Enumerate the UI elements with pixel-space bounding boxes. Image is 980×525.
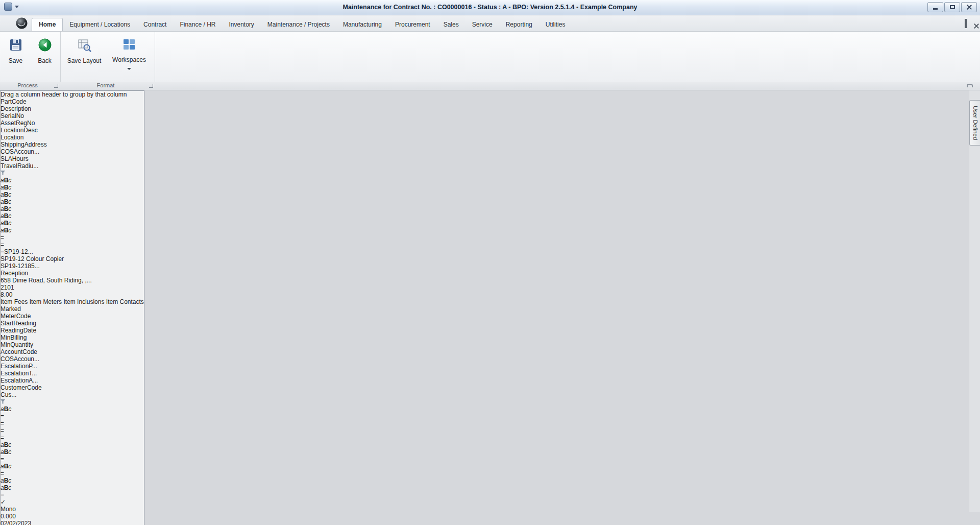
column-header-description[interactable]: Description	[1, 105, 144, 112]
filter-cell-shippingaddress[interactable]: aBc	[1, 220, 144, 227]
cell-description[interactable]: SP19-12 Colour Copier	[1, 255, 144, 262]
column-header-serialno[interactable]: SerialNo	[1, 112, 144, 120]
column-header-customer[interactable]: Cus...	[1, 391, 144, 398]
workspaces-button[interactable]: Workspaces	[109, 34, 150, 79]
text-filter-icon: aBc	[1, 191, 11, 198]
close-icon	[967, 5, 972, 10]
column-header-escalationa[interactable]: EscalationA...	[1, 377, 144, 384]
group-by-bar[interactable]: Drag a column header to group by that co…	[1, 91, 144, 98]
workspace: Aggregate Life Based Billing User Define…	[0, 90, 980, 512]
numeric-filter-icon: =	[1, 413, 4, 420]
format-dialog-launcher-icon[interactable]	[149, 84, 153, 88]
text-filter-icon: aBc	[1, 441, 11, 448]
filter-cell-metercode[interactable]: aBc	[1, 405, 144, 413]
cell-marked[interactable]: ✓	[1, 498, 144, 506]
filter-cell-partcode[interactable]: aBc	[1, 177, 144, 184]
collapse-row-icon[interactable]: −	[1, 248, 4, 255]
ribbon-tab-manufacturing[interactable]: Manufacturing	[336, 18, 388, 31]
ribbon-tab-inventory[interactable]: Inventory	[222, 18, 260, 31]
filter-cell-customer[interactable]: aBc	[1, 484, 144, 491]
filter-cell-location[interactable]: aBc	[1, 212, 144, 220]
child-restore-button[interactable]	[965, 20, 967, 27]
cell-readingdate[interactable]: 02/02/2023	[1, 520, 144, 525]
cell-cosaccount[interactable]: 2101	[1, 284, 144, 291]
column-header-startreading[interactable]: StartReading	[1, 320, 144, 327]
tab-item-contacts[interactable]: Item Contacts	[106, 298, 144, 305]
numeric-filter-icon: =	[1, 427, 4, 434]
filter-cell-accountcode[interactable]: aBc	[1, 441, 144, 448]
filter-cell-slahours[interactable]: =	[1, 234, 144, 241]
text-filter-icon: aBc	[1, 220, 11, 227]
column-header-escalationp[interactable]: EscalationP...	[1, 363, 144, 370]
filter-cell-locationdesc[interactable]: aBc	[1, 205, 144, 212]
column-header-cosaccount[interactable]: COSAccoun...	[1, 355, 144, 363]
dock-tab-user-defined[interactable]: User Defined	[969, 100, 980, 146]
cell-metercode[interactable]: Mono	[1, 506, 144, 513]
maximize-button[interactable]	[944, 2, 960, 12]
column-header-locationdesc[interactable]: LocationDesc	[1, 127, 144, 134]
column-header-slahours[interactable]: SLAHours	[1, 155, 144, 162]
column-header-minquantity[interactable]: MinQuantity	[1, 341, 144, 348]
filter-cell-assetregno[interactable]: aBc	[1, 198, 144, 205]
filter-cell-startreading[interactable]: =	[1, 413, 144, 420]
cell-shippingaddress[interactable]: 658 Dime Road, South Riding, ,...	[1, 277, 144, 284]
ribbon-tab-maintenance-projects[interactable]: Maintenance / Projects	[261, 18, 336, 31]
numeric-filter-icon: =	[1, 470, 4, 477]
ribbon-tab-home[interactable]: Home	[32, 18, 63, 31]
cell-location[interactable]: Reception	[1, 270, 144, 277]
workspaces-icon	[122, 38, 136, 53]
column-header-marked[interactable]: Marked	[1, 305, 144, 313]
filter-cell-cosaccount[interactable]: aBc	[1, 227, 144, 234]
ribbon-tab-finance-hr[interactable]: Finance / HR	[173, 18, 222, 31]
app-logo-icon[interactable]	[15, 17, 28, 31]
filter-cell-escalationa[interactable]: =	[1, 470, 144, 477]
save-button[interactable]: Save	[3, 34, 28, 79]
column-header-assetregno[interactable]: AssetRegNo	[1, 120, 144, 127]
tab-item-inclusions[interactable]: Item Inclusions	[63, 298, 104, 305]
column-header-travelradius[interactable]: TravelRadiu...	[1, 162, 144, 170]
column-header-accountcode[interactable]: AccountCode	[1, 348, 144, 355]
ribbon-tab-contract[interactable]: Contract	[137, 18, 173, 31]
ribbon-tab-service[interactable]: Service	[465, 18, 499, 31]
cell-serialno[interactable]: SP19-12185...	[1, 262, 144, 270]
ribbon-tab-equipment-locations[interactable]: Equipment / Locations	[63, 18, 137, 31]
ribbon-tab-utilities[interactable]: Utilities	[539, 18, 572, 31]
filter-cell-readingdate[interactable]: =	[1, 420, 144, 427]
cell-partcode[interactable]: −SP19-12...	[1, 248, 144, 255]
ribbon-tab-reporting[interactable]: Reporting	[499, 18, 539, 31]
ribbon-collapse-icon[interactable]	[967, 84, 973, 87]
ribbon-tab-procurement[interactable]: Procurement	[388, 18, 437, 31]
filter-cell-description[interactable]: aBc	[1, 184, 144, 191]
child-window-buttons	[958, 20, 974, 27]
filter-cell-customercode[interactable]: aBc	[1, 477, 144, 484]
filter-cell-minquantity[interactable]: =	[1, 434, 144, 441]
filter-cell-travelradius[interactable]: =	[1, 241, 144, 248]
back-button[interactable]: Back	[32, 34, 57, 79]
row-indicator-cell: −	[1, 491, 144, 498]
cell-slahours[interactable]: 8.00	[1, 291, 144, 298]
column-header-minbilling[interactable]: MinBilling	[1, 334, 144, 341]
filter-cell-escalationt[interactable]: aBc	[1, 463, 144, 470]
column-header-metercode[interactable]: MeterCode	[1, 313, 144, 320]
tab-item-meters[interactable]: Item Meters	[30, 298, 62, 305]
column-header-cosaccount[interactable]: COSAccoun...	[1, 148, 144, 155]
column-header-location[interactable]: Location	[1, 134, 144, 141]
column-header-shippingaddress[interactable]: ShippingAddress	[1, 141, 144, 148]
filter-cell-serialno[interactable]: aBc	[1, 191, 144, 198]
column-header-partcode[interactable]: PartCode	[1, 98, 144, 105]
tab-item-fees[interactable]: Item Fees	[1, 298, 28, 305]
column-header-customercode[interactable]: CustomerCode	[1, 384, 144, 391]
filter-cell-escalationp[interactable]: =	[1, 456, 144, 463]
filter-cell-minbilling[interactable]: =	[1, 427, 144, 434]
filter-cell-cosaccount[interactable]: aBc	[1, 448, 144, 456]
column-header-readingdate[interactable]: ReadingDate	[1, 327, 144, 334]
save-layout-button[interactable]: Save Layout	[64, 34, 105, 79]
minimize-button[interactable]	[927, 2, 943, 12]
column-header-escalationt[interactable]: EscalationT...	[1, 370, 144, 377]
collapse-row-icon[interactable]: −	[1, 491, 4, 498]
ribbon-tab-sales[interactable]: Sales	[437, 18, 465, 31]
marked-checkbox[interactable]: ✓	[1, 498, 6, 506]
close-button[interactable]	[961, 2, 977, 12]
cell-startreading[interactable]: 0.000	[1, 513, 144, 520]
process-dialog-launcher-icon[interactable]	[54, 84, 58, 88]
